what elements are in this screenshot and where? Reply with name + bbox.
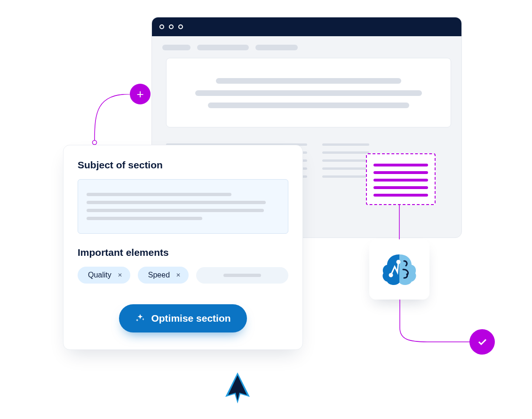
tab-placeholder xyxy=(162,45,191,50)
subject-input[interactable] xyxy=(78,179,288,234)
ai-processing-card xyxy=(369,239,429,300)
highlight-line xyxy=(373,179,428,182)
x-icon[interactable]: ✕ xyxy=(116,271,124,279)
selected-section[interactable] xyxy=(366,153,436,205)
optimise-panel: Subject of section Important elements Qu… xyxy=(63,145,303,350)
plus-icon: + xyxy=(136,87,143,102)
tag-label: Quality xyxy=(88,271,111,279)
text-placeholder xyxy=(87,201,266,204)
optimise-section-button[interactable]: Optimise section xyxy=(119,304,246,332)
tag-chip[interactable]: Speed ✕ xyxy=(138,267,189,284)
text-placeholder xyxy=(208,103,409,108)
window-titlebar xyxy=(152,17,461,36)
svg-point-5 xyxy=(397,261,400,263)
window-control-icon xyxy=(169,24,174,29)
tag-list: Quality ✕ Speed ✕ xyxy=(78,267,288,284)
sparkle-icon xyxy=(135,313,145,324)
svg-point-0 xyxy=(93,141,97,145)
subject-heading: Subject of section xyxy=(78,159,288,171)
window-control-icon xyxy=(159,24,164,29)
highlight-line xyxy=(373,186,428,189)
connector-line xyxy=(399,300,481,347)
text-placeholder xyxy=(87,217,202,220)
highlight-line xyxy=(373,194,428,197)
highlight-line xyxy=(373,171,428,174)
text-placeholder xyxy=(223,274,261,277)
tab-placeholder xyxy=(255,45,298,50)
connector-line xyxy=(78,94,140,146)
cursor-icon xyxy=(223,371,252,403)
success-badge xyxy=(469,329,495,355)
tag-label: Speed xyxy=(148,271,170,279)
add-section-button[interactable]: + xyxy=(130,84,151,104)
add-tag-input[interactable] xyxy=(196,267,288,284)
elements-heading: Important elements xyxy=(78,247,288,258)
text-placeholder xyxy=(195,90,422,96)
document-card xyxy=(166,58,451,127)
text-placeholder xyxy=(87,193,231,196)
column xyxy=(322,138,369,183)
x-icon[interactable]: ✕ xyxy=(175,271,182,279)
tab-placeholder xyxy=(197,45,249,50)
highlight-line xyxy=(373,164,428,166)
text-placeholder xyxy=(87,209,264,212)
brain-icon xyxy=(381,253,418,286)
check-icon xyxy=(476,336,488,348)
window-control-icon xyxy=(178,24,183,29)
svg-point-4 xyxy=(389,274,392,277)
text-placeholder xyxy=(216,78,402,84)
cta-label: Optimise section xyxy=(151,313,230,324)
tab-strip xyxy=(152,36,461,53)
tag-chip[interactable]: Quality ✕ xyxy=(78,267,130,284)
